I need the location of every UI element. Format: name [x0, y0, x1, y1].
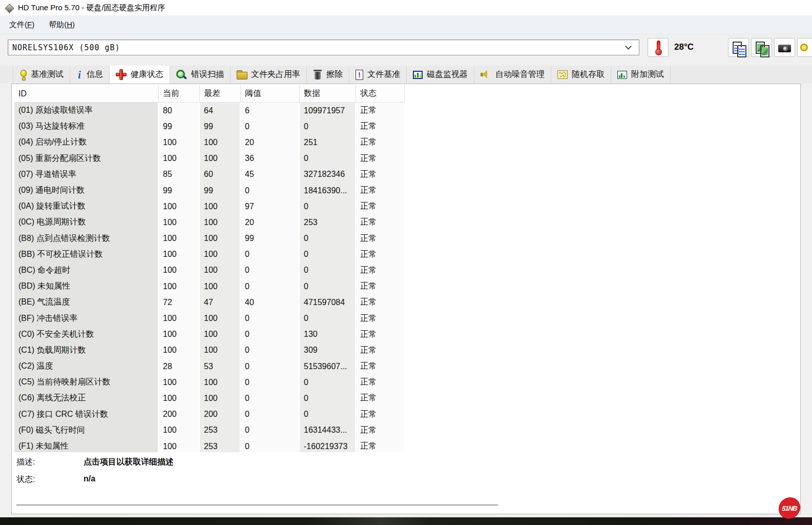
- table-cell: 100: [159, 310, 200, 326]
- tab-error-scan[interactable]: 错误扫描: [170, 66, 231, 84]
- table-row[interactable]: (BD) 未知属性10010000正常: [14, 278, 408, 294]
- table-cell: 100: [200, 327, 241, 342]
- column-header-3[interactable]: 阈值: [241, 85, 300, 103]
- tab-file-benchmark[interactable]: 文件基准: [349, 66, 407, 84]
- table-row[interactable]: (05) 重新分配扇区计数100100360正常: [14, 151, 408, 167]
- tab-label-disk-monitor: 磁盘监视器: [427, 69, 468, 80]
- table-cell: 53: [200, 358, 241, 374]
- table-row[interactable]: (0A) 旋转重试计数100100970正常: [14, 198, 408, 214]
- copy-text-button[interactable]: [728, 38, 749, 57]
- table-row[interactable]: (C1) 负载周期计数1001000309正常: [14, 342, 408, 358]
- column-header-5[interactable]: 状态: [356, 85, 405, 103]
- drive-selector-value: NORELSYS106X (500 gB): [8, 43, 120, 52]
- table-row[interactable]: (C7) 接口 CRC 错误计数20020000正常: [14, 407, 408, 422]
- menu-help[interactable]: 帮助(H): [41, 17, 82, 33]
- table-cell: (C1) 负载周期计数: [14, 342, 159, 358]
- table-cell: 99: [159, 183, 200, 198]
- column-header-0[interactable]: ID: [14, 85, 159, 103]
- drive-selector[interactable]: NORELSYS106X (500 gB): [8, 39, 639, 55]
- partial-button[interactable]: [797, 38, 812, 57]
- table-cell: (BF) 冲击错误率: [14, 310, 159, 326]
- tab-folder-usage[interactable]: 文件夹占用率: [231, 66, 307, 84]
- table-cell: 40: [241, 294, 300, 310]
- table-row[interactable]: (04) 启动/停止计数10010020251正常: [14, 134, 408, 150]
- table-cell: (05) 重新分配扇区计数: [14, 151, 159, 167]
- copy-image-button[interactable]: [751, 38, 772, 57]
- table-row[interactable]: (BE) 气流温度724740471597084正常: [14, 294, 408, 310]
- table-cell: 100: [159, 214, 200, 230]
- table-cell: (04) 启动/停止计数: [14, 134, 159, 150]
- table-cell: 253: [300, 214, 356, 230]
- table-row[interactable]: (C6) 离线无法校正10010000正常: [14, 390, 408, 406]
- table-row[interactable]: (C5) 当前待映射扇区计数10010000正常: [14, 374, 408, 390]
- table-cell: 0: [300, 231, 356, 247]
- table-cell: 正常: [356, 422, 405, 438]
- tab-info[interactable]: 信息: [70, 66, 110, 84]
- table-cell: 100: [159, 390, 200, 406]
- tab-random-access[interactable]: 随机存取: [551, 66, 611, 84]
- tab-aam[interactable]: 自动噪音管理: [474, 66, 551, 84]
- table-cell: 正常: [356, 438, 405, 452]
- table-cell: 100: [159, 278, 200, 294]
- table-row[interactable]: (01) 原始读取错误率80646109971957正常: [14, 103, 408, 118]
- table-cell: 100: [200, 247, 241, 262]
- temperature-button[interactable]: [648, 38, 669, 57]
- table-cell: 正常: [356, 407, 405, 422]
- smart-attributes-table: ID当前最差阈值数据状态 (01) 原始读取错误率80646109971957正…: [14, 85, 408, 452]
- tab-extra-tests[interactable]: 附加测试: [611, 66, 671, 84]
- table-cell: 正常: [356, 342, 405, 358]
- table-row[interactable]: (F0) 磁头飞行时间100253016314433...正常: [14, 422, 408, 438]
- table-cell: 0: [300, 198, 356, 214]
- table-row[interactable]: (BB) 不可校正错误计数10010000正常: [14, 247, 408, 262]
- table-row[interactable]: (B8) 点到点错误检测计数100100990正常: [14, 231, 408, 247]
- table-row[interactable]: (09) 通电时间计数9999018416390...正常: [14, 183, 408, 198]
- table-cell: 0: [241, 183, 300, 198]
- table-cell: 正常: [356, 390, 405, 406]
- menu-help-text-post: ): [72, 20, 75, 29]
- table-cell: 100: [159, 151, 200, 167]
- table-cell: 0: [241, 407, 300, 422]
- table-row[interactable]: (C0) 不安全关机计数1001000130正常: [14, 327, 408, 342]
- table-cell: 36: [241, 151, 300, 167]
- table-cell: 200: [200, 407, 241, 422]
- table-cell: 72: [159, 294, 200, 310]
- table-row[interactable]: (BF) 冲击错误率10010000正常: [14, 310, 408, 326]
- table-row[interactable]: (07) 寻道错误率856045327182346正常: [14, 167, 408, 183]
- table-cell: 100: [200, 151, 241, 167]
- copy-text-icon: [732, 41, 745, 54]
- tab-label-folder-usage: 文件夹占用率: [251, 69, 300, 80]
- menu-file[interactable]: 文件(F): [2, 17, 41, 33]
- table-cell: 正常: [356, 231, 405, 247]
- table-row[interactable]: (03) 马达旋转标准999900正常: [14, 118, 408, 134]
- screenshot-button[interactable]: [774, 38, 795, 57]
- table-cell: 18416390...: [300, 183, 356, 198]
- tab-erase[interactable]: 擦除: [307, 66, 349, 84]
- table-row[interactable]: (F1) 未知属性1002530-160219373正常: [14, 438, 408, 452]
- table-cell: 100: [159, 198, 200, 214]
- tab-benchmark[interactable]: 基准测试: [13, 66, 70, 84]
- description-value: 点击项目以获取详细描述: [84, 457, 174, 468]
- details-panel: 描述: 点击项目以获取详细描述 状态: n/a: [16, 457, 174, 492]
- info-icon: [76, 70, 82, 80]
- table-row[interactable]: (0C) 电源周期计数10010020253正常: [14, 214, 408, 230]
- table-cell: 0: [241, 262, 300, 278]
- chevron-down-icon[interactable]: [625, 43, 632, 50]
- app-window: HD Tune Pro 5.70 - 硬盘/固态硬盘实用程序 文件(F) 帮助(…: [0, 0, 812, 525]
- table-cell: (09) 通电时间计数: [14, 183, 159, 198]
- column-header-2[interactable]: 最差: [200, 85, 241, 103]
- tab-disk-monitor[interactable]: 磁盘监视器: [407, 66, 474, 84]
- table-cell: 100: [159, 422, 200, 438]
- table-cell: (C5) 当前待映射扇区计数: [14, 374, 159, 390]
- table-row[interactable]: (C2) 温度2853051539607...正常: [14, 358, 408, 374]
- column-header-4[interactable]: 数据: [300, 85, 356, 103]
- tab-health-status[interactable]: 健康状态: [110, 66, 170, 84]
- table-cell: 0: [241, 342, 300, 358]
- title-bar: HD Tune Pro 5.70 - 硬盘/固态硬盘实用程序: [0, 0, 812, 15]
- table-row[interactable]: (BC) 命令超时10010000正常: [14, 262, 408, 278]
- table-cell: 47: [200, 294, 241, 310]
- table-cell: (0A) 旋转重试计数: [14, 198, 159, 214]
- column-header-1[interactable]: 当前: [159, 85, 200, 103]
- tab-label-error-scan: 错误扫描: [191, 69, 224, 80]
- content-panel: ID当前最差阈值数据状态 (01) 原始读取错误率80646109971957正…: [11, 84, 801, 514]
- table-cell: 0: [300, 310, 356, 326]
